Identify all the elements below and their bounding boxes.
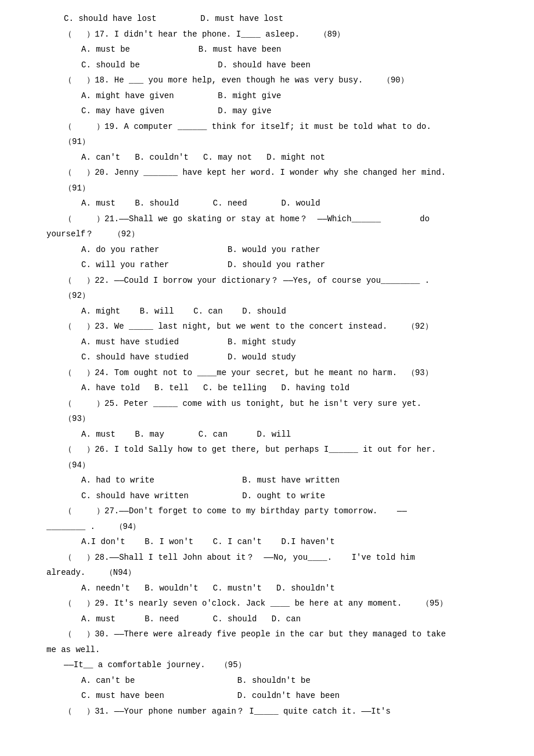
text-line: C. may have given D. may give — [46, 104, 499, 118]
text-line: already. （N94） — [46, 566, 499, 580]
text-line: A. needn't B. wouldn't C. mustn't D. sho… — [46, 581, 499, 596]
text-line: （91） — [46, 181, 499, 196]
text-line: A. can't be B. shouldn't be — [46, 674, 499, 688]
text-line: （ ）23. We _____ last night, but we went … — [46, 319, 499, 334]
text-line: C. will you rather D. should you rather — [46, 258, 499, 272]
text-line: （ ）31. ——Your phone number again？ I_____… — [46, 704, 499, 719]
text-line: C. should have studied D. would study — [46, 350, 499, 365]
text-line: yourself？ （92） — [46, 227, 499, 242]
text-line: ________ . （94） — [46, 520, 499, 534]
text-line: A. might B. will C. can D. should — [46, 304, 499, 319]
text-line: （93） — [46, 412, 499, 426]
text-line: （ ）18. He ___ you more help, even though… — [46, 73, 499, 88]
text-line: （ ）26. I told Sally how to get there, bu… — [46, 442, 499, 457]
text-line: ——It__ a comfortable journey. （95） — [46, 658, 499, 672]
text-line: A. can't B. couldn't C. may not D. might… — [46, 150, 499, 165]
text-line: A. must be B. must have been — [46, 42, 499, 57]
text-line: （94） — [46, 458, 499, 473]
text-line: A. have told B. tell C. be telling D. ha… — [46, 381, 499, 395]
text-line: （ ）20. Jenny _______ have kept her word.… — [46, 165, 499, 180]
main-content: C. should have lost D. must have lost（ ）… — [46, 12, 499, 718]
text-line: C. should have written D. ought to write — [46, 489, 499, 503]
text-line: （ ）25. Peter _____ come with us tonight,… — [46, 397, 499, 411]
text-line: （ ）28.——Shall I tell John about it？ ——No… — [46, 550, 499, 565]
text-line: A. must B. may C. can D. will — [46, 427, 499, 442]
text-line: A. must have studied B. might study — [46, 335, 499, 350]
text-line: （ ）27.——Don't forget to come to my birth… — [46, 504, 499, 519]
text-line: C. should have lost D. must have lost — [46, 12, 499, 26]
text-line: （ ）19. A computer ______ think for itsel… — [46, 120, 499, 134]
text-line: me as well. — [46, 643, 499, 657]
text-line: （ ）21.——Shall we go skating or stay at h… — [46, 212, 499, 226]
text-line: （91） — [46, 135, 499, 149]
text-line: A. must B. need C. should D. can — [46, 612, 499, 627]
text-line: （ ）17. I didn't hear the phone. I____ as… — [46, 27, 499, 42]
text-line: （ ）30. ——There were already five people … — [46, 627, 499, 642]
text-line: A.I don't B. I won't C. I can't D.I have… — [46, 535, 499, 549]
text-line: C. should be D. should have been — [46, 58, 499, 73]
text-line: C. must have been D. couldn't have been — [46, 689, 499, 703]
text-line: （ ）22. ——Could I borrow your dictionary？… — [46, 273, 499, 288]
text-line: A. had to write B. must have written — [46, 473, 499, 488]
text-line: A. might have given B. might give — [46, 89, 499, 103]
text-line: （ ）24. Tom ought not to ____me your secr… — [46, 366, 499, 380]
text-line: A. do you rather B. would you rather — [46, 243, 499, 257]
text-line: A. must B. should C. need D. would — [46, 196, 499, 211]
text-line: （92） — [46, 289, 499, 303]
text-line: （ ）29. It's nearly seven o'clock. Jack _… — [46, 596, 499, 611]
